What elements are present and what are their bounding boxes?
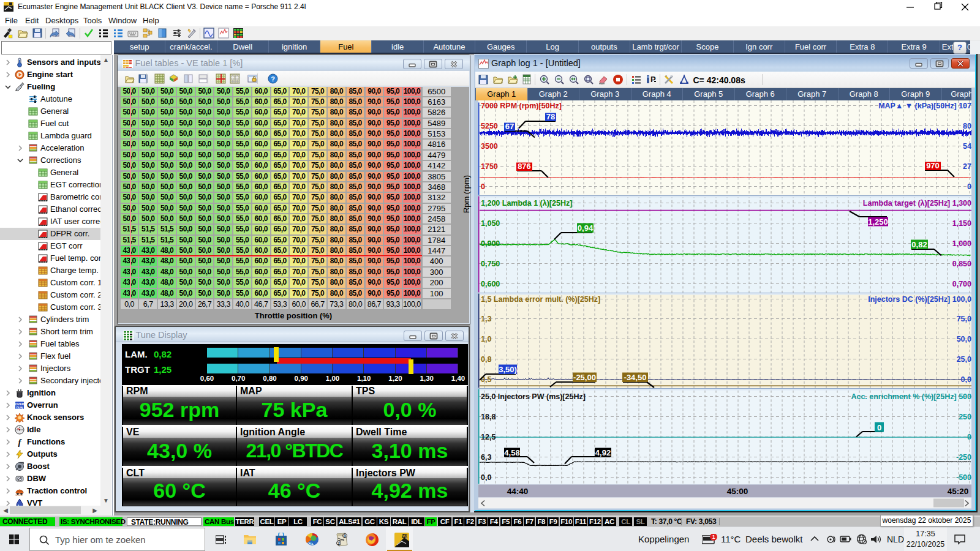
svg-text:1,5 Lambda error mult. (%)[25H: 1,5 Lambda error mult. (%)[25Hz] xyxy=(481,294,600,303)
svg-text:-34,50: -34,50 xyxy=(624,373,647,382)
svg-text:0: 0 xyxy=(967,432,971,441)
svg-text:0,0: 0,0 xyxy=(481,473,491,481)
svg-text:1,050: 1,050 xyxy=(481,219,500,227)
svg-text:0,900: 0,900 xyxy=(481,239,500,247)
svg-text:0,700: 0,700 xyxy=(952,279,971,288)
svg-text:0: 0 xyxy=(877,422,881,432)
svg-text:0,8: 0,8 xyxy=(481,354,491,363)
svg-text:67: 67 xyxy=(505,122,514,131)
svg-text:1,250: 1,250 xyxy=(868,217,888,226)
svg-text:45:00: 45:00 xyxy=(727,486,748,495)
svg-text:0,94: 0,94 xyxy=(578,223,594,233)
svg-text:0: 0 xyxy=(967,182,971,190)
svg-text:0,850: 0,850 xyxy=(952,259,971,268)
svg-text:876: 876 xyxy=(518,162,531,171)
svg-text:-250: -250 xyxy=(956,452,971,461)
svg-text:50,0: 50,0 xyxy=(957,334,971,343)
svg-text:1,000: 1,000 xyxy=(952,239,971,247)
svg-text:3500: 3500 xyxy=(481,141,498,150)
svg-text:75,0: 75,0 xyxy=(957,314,971,323)
svg-text:25,0 Injectors PW (ms)[25Hz]: 25,0 Injectors PW (ms)[25Hz] xyxy=(481,392,586,400)
svg-text:RUN: RUN xyxy=(16,406,23,410)
svg-text:25,0: 25,0 xyxy=(957,354,971,363)
svg-text:970: 970 xyxy=(926,161,940,170)
svg-text:0,0: 0,0 xyxy=(961,375,971,383)
svg-text:4,58: 4,58 xyxy=(504,448,519,457)
svg-text:18,8: 18,8 xyxy=(481,412,496,421)
svg-text:2: 2 xyxy=(337,541,340,545)
svg-text:MAP▲ ▼ (kPa)[50Hz] 107: MAP▲ ▼ (kPa)[50Hz] 107 xyxy=(878,101,971,110)
svg-text:12,5: 12,5 xyxy=(481,432,496,441)
svg-text:-500: -500 xyxy=(956,473,971,481)
svg-text:3,50): 3,50) xyxy=(499,365,517,374)
svg-text:0: 0 xyxy=(481,182,485,190)
svg-text:27: 27 xyxy=(963,162,971,170)
svg-text:5250: 5250 xyxy=(481,121,498,130)
svg-text:V3: V3 xyxy=(402,534,407,538)
svg-text:Lambda target (λ)[25Hz] 1,300: Lambda target (λ)[25Hz] 1,300 xyxy=(863,198,971,207)
svg-text:f: f xyxy=(18,437,23,447)
svg-text:44:40: 44:40 xyxy=(507,486,529,495)
svg-text:0,600: 0,600 xyxy=(481,279,500,288)
svg-text:80: 80 xyxy=(963,121,971,130)
svg-text:0,750: 0,750 xyxy=(481,259,500,268)
svg-text:?: ? xyxy=(271,75,275,82)
svg-text:1,200 Lambda 1 (λ)[25Hz]: 1,200 Lambda 1 (λ)[25Hz] xyxy=(481,198,572,207)
svg-text:54: 54 xyxy=(963,141,971,150)
svg-text:Injectors DC (%)[25Hz] 100,0: Injectors DC (%)[25Hz] 100,0 xyxy=(868,294,971,303)
svg-text:7000 RPM (rpm)[50Hz]: 7000 RPM (rpm)[50Hz] xyxy=(481,101,562,110)
svg-text:0: 0 xyxy=(344,534,346,538)
svg-text:1,150: 1,150 xyxy=(952,219,971,227)
svg-text:1750: 1750 xyxy=(481,162,498,170)
svg-text:45:20: 45:20 xyxy=(948,486,969,495)
svg-text:0,5: 0,5 xyxy=(481,375,491,383)
svg-text:1,3: 1,3 xyxy=(481,314,491,323)
svg-text:4,92: 4,92 xyxy=(595,448,611,457)
svg-text:0,82: 0,82 xyxy=(911,240,927,249)
svg-text:-25,00: -25,00 xyxy=(573,373,596,382)
svg-text:1,0: 1,0 xyxy=(481,334,491,343)
svg-text:6,3: 6,3 xyxy=(481,452,491,461)
svg-text:P: P xyxy=(650,75,656,84)
svg-text:250: 250 xyxy=(959,412,971,421)
svg-text:1: 1 xyxy=(712,534,715,540)
svg-text:78: 78 xyxy=(546,112,555,121)
svg-text:Acc. enrichment % (%)[25Hz] 50: Acc. enrichment % (%)[25Hz] 500 xyxy=(851,392,971,400)
